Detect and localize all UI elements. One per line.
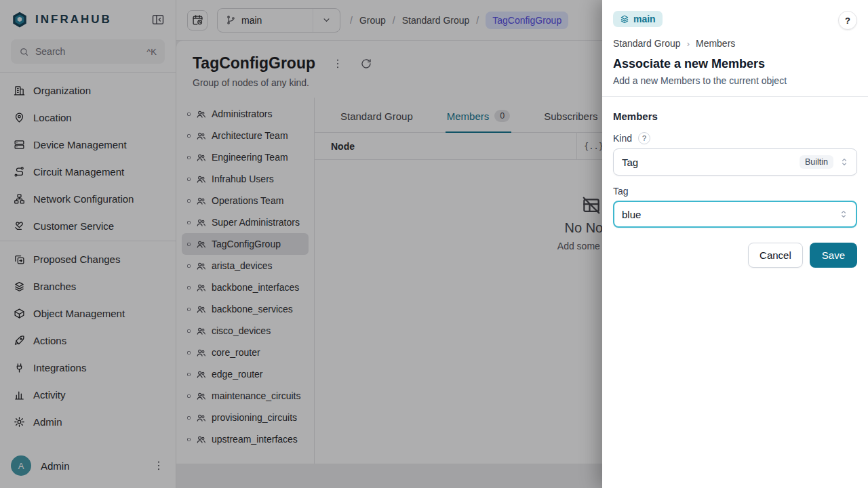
associate-members-form: Members Kind ? Tag Builtin Tag blue Canc… [613, 110, 857, 268]
chevron-right-icon: › [687, 39, 690, 49]
builtin-badge: Builtin [800, 155, 833, 169]
tag-select-value: blue [622, 209, 833, 220]
chevrons-up-down-icon [839, 157, 850, 167]
save-button[interactable]: Save [810, 243, 857, 268]
drawer-breadcrumb-item[interactable]: Standard Group [613, 38, 681, 49]
branch-badge-label: main [633, 14, 656, 24]
layers-icon [620, 14, 629, 24]
associate-members-drawer: main ? Standard Group › Members Associat… [602, 0, 868, 488]
cancel-button[interactable]: Cancel [748, 243, 803, 268]
tag-select[interactable]: blue [613, 201, 857, 228]
form-section-label: Members [613, 110, 857, 122]
drawer-divider [602, 96, 868, 97]
drawer-breadcrumb-item[interactable]: Members [696, 38, 735, 49]
branch-badge: main [613, 11, 663, 27]
drawer-title: Associate a new Members [613, 57, 857, 71]
drawer-subtitle: Add a new Members to the current object [613, 75, 857, 86]
kind-field-label: Kind [613, 133, 632, 144]
kind-help-icon[interactable]: ? [638, 132, 650, 144]
drawer-breadcrumb: Standard Group › Members [613, 38, 857, 49]
chevrons-up-down-icon [838, 209, 849, 220]
kind-select[interactable]: Tag Builtin [613, 148, 857, 176]
help-button[interactable]: ? [838, 11, 857, 30]
kind-select-value: Tag [622, 157, 794, 168]
tag-field-label: Tag [613, 186, 629, 197]
